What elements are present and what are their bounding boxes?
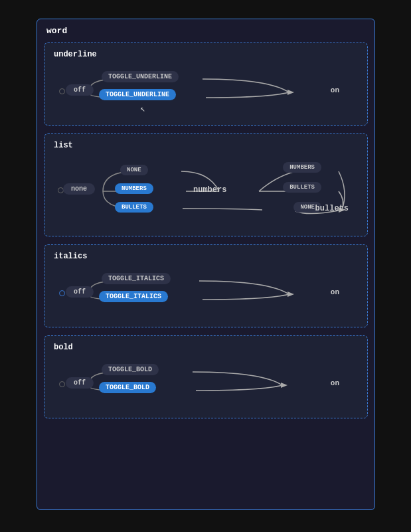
italics-title: italics bbox=[54, 252, 358, 261]
italics-on-label: on bbox=[324, 286, 346, 298]
list-title: list bbox=[54, 141, 358, 150]
svg-marker-2 bbox=[288, 292, 294, 297]
underline-on-label: on bbox=[324, 84, 346, 96]
bold-toggle-top[interactable]: TOGGLE_BOLD bbox=[102, 364, 159, 375]
list-bullets-right[interactable]: BULLETS bbox=[283, 182, 321, 193]
list-bullets-option[interactable]: BULLETS bbox=[115, 202, 153, 213]
outer-title: word bbox=[44, 26, 368, 36]
cursor-icon: ↖ bbox=[140, 104, 145, 114]
word-container: word underline off TOGGLE_UNDERLINE bbox=[37, 19, 375, 510]
underline-toggle-bot[interactable]: TOGGLE_UNDERLINE bbox=[99, 89, 176, 100]
left-handle-underline bbox=[59, 88, 65, 94]
list-box: list bbox=[44, 133, 368, 236]
bold-box: bold off TOGGLE_BOLD TOGGLE_BOLD on bbox=[44, 335, 368, 418]
italics-box: italics off TOGGLE_ITALICS TOGGLE_ITALIC… bbox=[44, 244, 368, 327]
bold-off-node: off bbox=[66, 377, 94, 389]
list-bullets-label: bullets bbox=[309, 202, 355, 215]
left-handle-bold bbox=[59, 381, 65, 387]
italics-toggle-top[interactable]: TOGGLE_ITALICS bbox=[102, 273, 171, 284]
bold-toggle-bot[interactable]: TOGGLE_BOLD bbox=[99, 382, 156, 393]
bold-title: bold bbox=[54, 343, 358, 352]
svg-marker-3 bbox=[281, 383, 288, 388]
list-none-option[interactable]: NONE bbox=[120, 165, 148, 175]
bold-on-label: on bbox=[324, 377, 346, 389]
list-numbers-option[interactable]: NUMBERS bbox=[115, 183, 153, 194]
underline-toggle-top[interactable]: TOGGLE_UNDERLINE bbox=[102, 71, 179, 82]
underline-off-node: off bbox=[66, 84, 94, 96]
list-numbers-label: numbers bbox=[187, 183, 233, 197]
list-numbers-right[interactable]: NUMBERS bbox=[283, 162, 321, 173]
italics-toggle-bot[interactable]: TOGGLE_ITALICS bbox=[99, 291, 168, 302]
italics-off-node: off bbox=[66, 286, 94, 298]
svg-marker-0 bbox=[288, 90, 294, 95]
list-none-node: none bbox=[63, 183, 95, 195]
left-handle-italics bbox=[59, 290, 65, 296]
underline-title: underline bbox=[54, 50, 358, 59]
underline-box: underline off TOGGLE_UNDERLINE TOG bbox=[44, 43, 368, 126]
